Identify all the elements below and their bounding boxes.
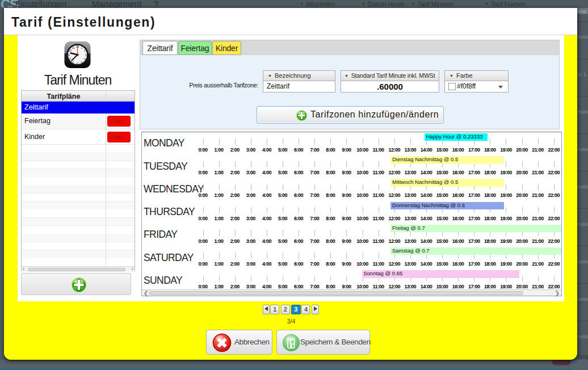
svg-text:1: 1 xyxy=(81,46,83,49)
svg-text:4: 4 xyxy=(84,57,86,61)
svg-text:6: 6 xyxy=(77,62,78,65)
svg-text:8: 8 xyxy=(69,57,71,61)
svg-text:3: 3 xyxy=(85,53,87,57)
svg-text:9: 9 xyxy=(68,53,70,57)
svg-text:7: 7 xyxy=(73,61,74,64)
svg-text:2: 2 xyxy=(84,49,86,52)
svg-text:10: 10 xyxy=(69,49,72,52)
svg-text:5: 5 xyxy=(81,61,83,64)
svg-text:11: 11 xyxy=(72,46,74,49)
